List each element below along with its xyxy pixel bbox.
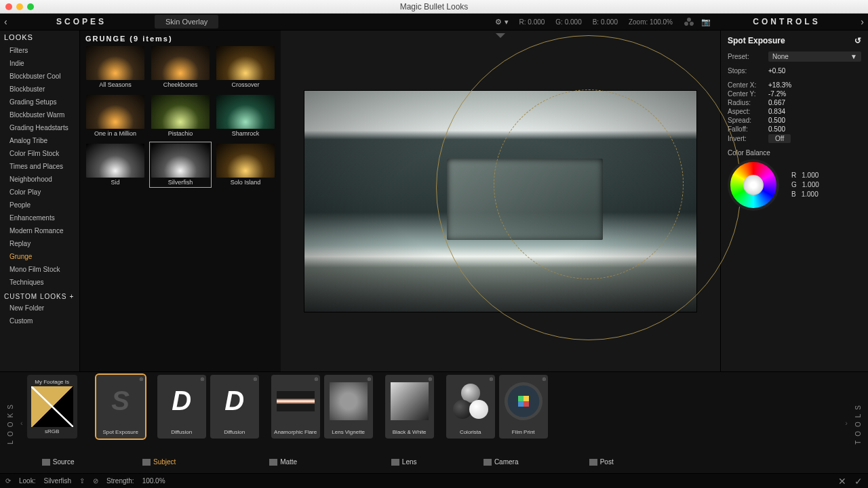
category-item[interactable]: Blockbuster Warm bbox=[0, 108, 79, 121]
dropdown-triangle-icon[interactable] bbox=[496, 33, 505, 38]
param-value[interactable]: +18.3% bbox=[768, 81, 791, 89]
preset-thumb-image bbox=[86, 95, 144, 129]
chain-tool[interactable]: ⊗DDiffusion bbox=[210, 375, 259, 439]
refresh-icon[interactable]: ⟳ bbox=[5, 477, 11, 485]
category-item[interactable]: Grading Setups bbox=[0, 96, 79, 108]
preview-viewer[interactable] bbox=[281, 30, 720, 371]
param-value[interactable]: +0.50 bbox=[768, 67, 785, 75]
window-close-button[interactable] bbox=[5, 3, 12, 10]
spot-exposure-inner-circle[interactable] bbox=[494, 89, 684, 279]
chain-tool[interactable]: ⊗Film Print bbox=[499, 375, 548, 439]
preset-thumb-image bbox=[216, 46, 275, 80]
stage-post[interactable]: Post bbox=[544, 456, 659, 468]
scopes-header[interactable]: SCOPES bbox=[14, 17, 149, 26]
tools-drawer-label[interactable]: TOOLS bbox=[848, 372, 868, 473]
svg-point-1 bbox=[690, 22, 694, 26]
preset-thumb-image bbox=[86, 46, 144, 80]
tool-remove-icon[interactable]: ⊗ bbox=[253, 376, 258, 382]
cancel-icon[interactable]: ✕ bbox=[838, 476, 846, 487]
category-item[interactable]: Color Film Stock bbox=[0, 147, 79, 160]
stage-subject[interactable]: Subject bbox=[102, 456, 217, 468]
category-item[interactable]: Techniques bbox=[0, 276, 79, 289]
stage-camera[interactable]: Camera bbox=[471, 456, 532, 468]
category-item[interactable]: Modern Romance bbox=[0, 224, 79, 237]
tool-icon: D bbox=[210, 375, 259, 427]
preset-thumb[interactable]: One in a Million bbox=[84, 93, 146, 139]
category-item[interactable]: Times and Places bbox=[0, 160, 79, 173]
category-item[interactable]: Replay bbox=[0, 237, 79, 250]
tool-remove-icon[interactable]: ⊗ bbox=[367, 376, 372, 382]
snapshot-camera-icon[interactable]: 📷 bbox=[701, 18, 711, 26]
stage-source[interactable]: Source bbox=[27, 456, 90, 468]
category-item[interactable]: Color Play bbox=[0, 186, 79, 199]
category-item[interactable]: Grading Headstarts bbox=[0, 121, 79, 134]
param-value[interactable]: -7.2% bbox=[768, 90, 786, 98]
my-footage-tile[interactable]: My Footage Is sRGB bbox=[27, 375, 77, 439]
custom-looks-header[interactable]: CUSTOM LOOKS+ bbox=[0, 289, 79, 302]
window-zoom-button[interactable] bbox=[27, 3, 34, 10]
param-value[interactable]: 0.500 bbox=[768, 125, 785, 133]
stage-icon bbox=[142, 459, 151, 466]
category-item[interactable]: Blockbuster bbox=[0, 83, 79, 96]
readout-g: G: 0.000 bbox=[555, 18, 581, 26]
preset-thumb[interactable]: Solo Island bbox=[214, 142, 277, 188]
export-icon[interactable]: ⇪ bbox=[79, 477, 85, 485]
custom-look-item[interactable]: New Folder bbox=[0, 302, 79, 314]
category-item[interactable]: People bbox=[0, 199, 79, 211]
window-minimize-button[interactable] bbox=[16, 3, 23, 10]
preset-thumb[interactable]: Sid bbox=[84, 142, 146, 188]
category-item[interactable]: Enhancements bbox=[0, 211, 79, 224]
category-item[interactable]: Indie bbox=[0, 57, 79, 70]
strength-value[interactable]: 100.0% bbox=[142, 477, 165, 485]
stage-lens[interactable]: Lens bbox=[350, 456, 458, 468]
param-value[interactable]: 0.500 bbox=[768, 117, 785, 124]
chain-tool[interactable]: ⊗Black & White bbox=[385, 375, 434, 439]
color-balance-wheel[interactable] bbox=[728, 159, 779, 211]
category-item[interactable]: Blockbuster Cool bbox=[0, 70, 79, 83]
custom-look-item[interactable]: Custom bbox=[0, 314, 79, 327]
preset-thumb[interactable]: Pistachio bbox=[149, 93, 212, 139]
tool-remove-icon[interactable]: ⊗ bbox=[542, 376, 547, 382]
controls-expand-arrow[interactable]: › bbox=[854, 16, 868, 27]
param-value[interactable]: 0.834 bbox=[768, 108, 785, 115]
chain-tool[interactable]: ⊗Anamorphic Flare bbox=[271, 375, 320, 439]
preset-thumb[interactable]: Silverfish bbox=[149, 142, 212, 188]
stage-matte[interactable]: Matte bbox=[229, 456, 338, 468]
tool-label: Diffusion bbox=[171, 427, 192, 439]
tool-label: Colorista bbox=[460, 427, 481, 439]
category-item[interactable]: Neighborhood bbox=[0, 173, 79, 186]
controls-header[interactable]: CONTROLS bbox=[719, 17, 854, 26]
scope-indicator-icon[interactable] bbox=[684, 16, 694, 27]
preset-thumb[interactable]: Cheekbones bbox=[149, 44, 212, 90]
reset-icon[interactable]: ↺ bbox=[854, 36, 861, 45]
readout-r: R: 0.000 bbox=[519, 18, 545, 26]
category-item[interactable]: Grunge bbox=[0, 250, 79, 263]
preset-dropdown[interactable]: None▼ bbox=[768, 52, 861, 62]
disable-icon[interactable]: ⊘ bbox=[93, 477, 98, 485]
category-item[interactable]: Mono Film Stock bbox=[0, 263, 79, 276]
settings-gear-icon[interactable]: ⚙ ▾ bbox=[495, 18, 508, 26]
readout-zoom: Zoom: 100.0% bbox=[629, 18, 673, 26]
chain-tool[interactable]: ⊗SSpot Exposure bbox=[96, 375, 145, 439]
scopes-expand-arrow[interactable]: ‹ bbox=[0, 16, 14, 27]
tab-skin-overlay[interactable]: Skin Overlay bbox=[155, 15, 218, 28]
chain-tool[interactable]: ⊗Colorista bbox=[446, 375, 495, 439]
accept-icon[interactable]: ✓ bbox=[854, 476, 863, 487]
preset-thumb[interactable]: Crossover bbox=[214, 44, 277, 90]
tool-remove-icon[interactable]: ⊗ bbox=[428, 376, 433, 382]
tool-remove-icon[interactable]: ⊗ bbox=[200, 376, 205, 382]
tool-remove-icon[interactable]: ⊗ bbox=[139, 376, 144, 382]
category-item[interactable]: Filters bbox=[0, 44, 79, 57]
category-item[interactable]: Analog Tribe bbox=[0, 134, 79, 147]
tool-label: Anamorphic Flare bbox=[274, 427, 317, 439]
looks-drawer-label[interactable]: LOOKS bbox=[0, 372, 20, 473]
preset-thumb[interactable]: All Seasons bbox=[84, 44, 146, 90]
tool-remove-icon[interactable]: ⊗ bbox=[314, 376, 319, 382]
stage-icon bbox=[269, 459, 277, 466]
tool-remove-icon[interactable]: ⊗ bbox=[489, 376, 494, 382]
param-value[interactable]: 0.667 bbox=[768, 99, 785, 106]
chain-tool[interactable]: ⊗DDiffusion bbox=[157, 375, 206, 439]
invert-toggle[interactable]: Off bbox=[768, 134, 791, 143]
preset-thumb[interactable]: Shamrock bbox=[214, 93, 277, 139]
chain-tool[interactable]: ⊗Lens Vignette bbox=[324, 375, 373, 439]
